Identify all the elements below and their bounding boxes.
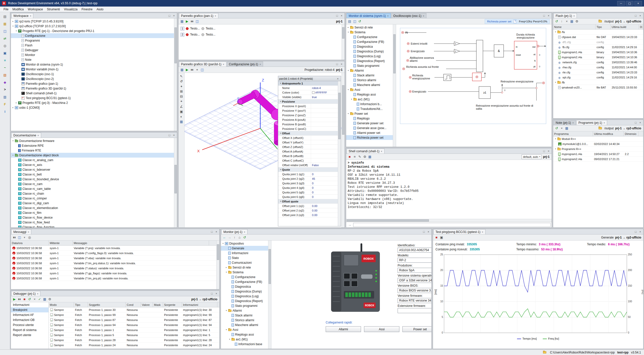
tree-item[interactable]: Riepilogo assi <box>346 92 396 97</box>
table-row[interactable]: 10/03/2022 10:36:58sysm-1Variabile (?.pr… <box>11 246 219 251</box>
tree-item[interactable]: Pannello grafico (pan-1) <box>11 81 177 86</box>
tree-item[interactable]: Configurazione <box>11 33 177 38</box>
tree-item[interactable]: Classe rc_analog_cam <box>11 158 177 162</box>
monitor-icon[interactable] <box>2 50 9 56</box>
close-icon[interactable]: × <box>572 121 574 124</box>
column-header[interactable]: Informazioni <box>182 302 217 307</box>
close-icon[interactable] <box>547 149 551 153</box>
scrollbar[interactable] <box>338 81 341 226</box>
tree-item[interactable]: Maschere allarmi <box>346 82 396 87</box>
property-row[interactable]: Posizione A (posA) <box>278 117 338 122</box>
close-icon[interactable] <box>564 19 569 24</box>
tab-shell-comandi-shell-1-[interactable]: Shell comandi (shell-1)× <box>347 149 384 154</box>
table-row[interactable]: myprogram2.r4a09/02/2022 17:21:21 <box>553 157 643 162</box>
menu-visualizza[interactable]: Visualizza <box>62 7 80 12</box>
scrollbar[interactable] <box>268 241 271 349</box>
property-row[interactable]: Offset joint 3 (oj3)0.00 <box>278 213 338 217</box>
menu-file[interactable]: File <box>2 7 10 12</box>
tree-item[interactable]: ▾ax1 (M1) <box>221 337 271 342</box>
save-icon[interactable] <box>352 19 357 24</box>
scrollbar[interactable] <box>342 24 345 60</box>
tree-item[interactable]: Oscilloscopio (osc-2) <box>11 76 177 81</box>
tree-item[interactable]: Classe rc_elementlocation <box>11 205 177 210</box>
tree-item[interactable]: ▸rp2-loris [TCP/IP 10.0.45.3:8100] <box>11 19 177 24</box>
tree-item[interactable]: ▾Allarmi <box>221 308 271 313</box>
grid-icon[interactable] <box>564 126 569 131</box>
table-row[interactable]: rhw.cfgconfig11/02/2021 14:44:00 <box>553 65 643 70</box>
property-row[interactable]: Offset Y (offsetY) <box>278 140 338 145</box>
zoomout-icon[interactable] <box>179 94 184 99</box>
filter-icon[interactable] <box>22 235 27 240</box>
float-icon[interactable] <box>634 121 638 125</box>
tab-pannello-grafico-3d-pan3d-1-[interactable]: Pannello grafico 3D (pan3d-1)× <box>179 62 226 67</box>
tree-item[interactable]: ▾Documentazione object block <box>11 153 177 158</box>
shell-icon[interactable] <box>2 86 9 93</box>
column-header[interactable]: Programma <box>553 131 593 136</box>
camera-icon[interactable] <box>179 109 184 114</box>
tree-item[interactable]: Test ping/pong BCC/31 (pptest-1) <box>11 96 177 100</box>
property-row[interactable]: ▾Offset <box>278 131 338 136</box>
profile-select[interactable]: default, auto▾ <box>522 155 542 159</box>
table-row[interactable]: cfgsave.datfile DAT19/04/2021 14:23:33 <box>553 35 643 40</box>
close-icon[interactable]: × <box>30 14 31 17</box>
property-row[interactable]: ▾Offset quote <box>278 199 338 204</box>
save-icon[interactable] <box>200 67 205 72</box>
tree-item[interactable]: Classe rc_cam <box>11 182 177 186</box>
zoomin-icon[interactable] <box>179 89 184 94</box>
column-header[interactable]: Sorgente <box>163 302 182 307</box>
close-icon[interactable] <box>638 230 642 234</box>
refresh-icon[interactable] <box>554 126 559 131</box>
tree-item[interactable]: Stack allarmi <box>221 313 271 318</box>
refresh-icon[interactable] <box>27 297 32 302</box>
tree-item[interactable]: Flash <box>11 43 177 48</box>
column-header[interactable]: Soggetto <box>88 302 126 307</box>
refresh-icon[interactable] <box>357 19 362 24</box>
tree-item[interactable]: ▾Assi <box>346 87 396 92</box>
tab-messaggi[interactable]: Messaggi× <box>11 229 31 234</box>
pause-icon[interactable] <box>190 19 195 24</box>
close-icon[interactable]: × <box>260 63 261 66</box>
command-input[interactable] <box>353 223 551 227</box>
float-icon[interactable] <box>634 230 638 234</box>
table-row[interactable]: 10/03/2022 10:36:58sysm-1Variabile (?.gp… <box>11 271 219 276</box>
orbit-icon[interactable] <box>179 79 184 83</box>
play-icon[interactable] <box>185 67 190 72</box>
menu-strumenti[interactable]: Strumenti <box>45 7 62 12</box>
tree-item[interactable]: Informazioni base <box>221 342 271 346</box>
close-icon[interactable] <box>547 14 551 18</box>
float-icon[interactable] <box>335 62 339 66</box>
column-header[interactable]: Ultima modifica <box>593 131 624 136</box>
edit-icon[interactable] <box>357 154 362 159</box>
float-icon[interactable] <box>422 230 426 234</box>
tree-item[interactable]: Diagnostica (Log) <box>346 54 396 58</box>
field-value[interactable]: Robox BIOS versione 3.0.10 <box>398 288 431 293</box>
property-row[interactable]: Offset joint 2 (oj2)0.00 <box>278 208 338 213</box>
table-row[interactable]: df1.cfgconfig <box>553 40 643 45</box>
float-icon[interactable] <box>634 14 638 18</box>
close-icon[interactable] <box>340 62 344 66</box>
property-row[interactable]: Posizione Z (posZ) <box>278 113 338 117</box>
tree-item[interactable]: Comunicazioni <box>221 260 271 265</box>
table-row[interactable]: SempreFetchProcesso 1, passo 1NessunaPer… <box>49 328 219 333</box>
close-icon[interactable]: × <box>37 292 38 295</box>
column-header[interactable]: Tipo <box>596 24 611 29</box>
property-row[interactable]: Quota joint 4 (qj4)0 <box>278 186 338 190</box>
tab-workspace[interactable]: Workspace× <box>11 13 33 18</box>
tree-item[interactable]: Diagnostica (Dump) <box>346 49 396 54</box>
tree-item[interactable]: Generale <box>221 246 271 251</box>
float-icon[interactable] <box>542 14 546 18</box>
list-item[interactable]: Breakpoint <box>11 307 48 312</box>
close-icon[interactable]: × <box>387 14 389 17</box>
close-icon[interactable]: × <box>28 230 29 233</box>
tree-item[interactable]: Configurazione <box>346 35 396 39</box>
table-row[interactable]: myprogram1.r4abinary19/04/2021 14:10:36 <box>553 50 643 55</box>
back-icon[interactable] <box>222 235 227 240</box>
powerset-button[interactable]: Power set <box>402 326 431 332</box>
column-header[interactable]: Mittente <box>49 241 73 245</box>
open-folder-icon[interactable] <box>2 20 9 27</box>
table-row[interactable]: SempreFetchProcesso 1, passo 30NessunaPe… <box>49 307 219 312</box>
scrollbar[interactable] <box>174 138 177 227</box>
close-button[interactable]: × <box>634 1 642 6</box>
tree-item[interactable]: ▾Allarmi <box>346 68 396 73</box>
table-row[interactable]: network.cfgconfig19/02/2021 13:39:46 <box>553 60 643 65</box>
